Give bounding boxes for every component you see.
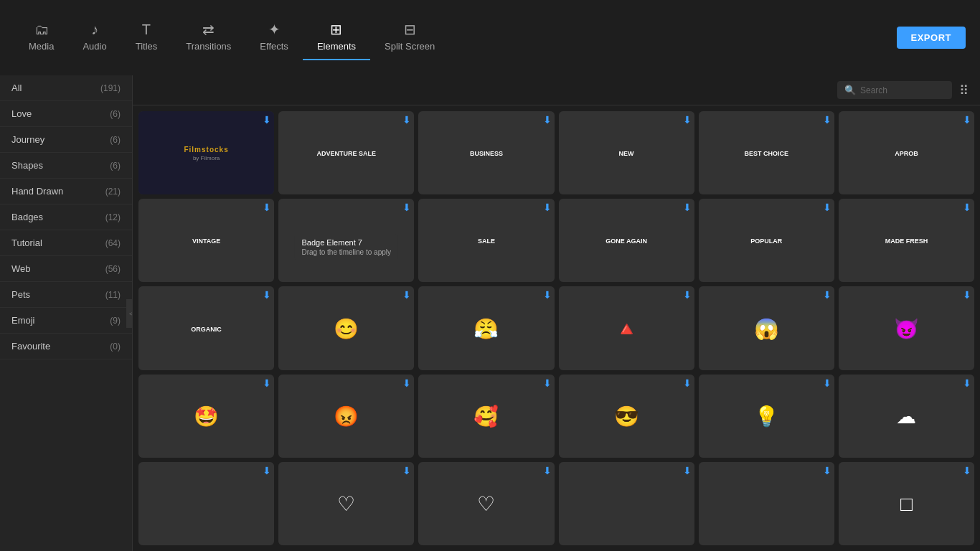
nav-tab-media[interactable]: 🗂 Media: [14, 15, 68, 60]
download-icon: ⬇: [823, 377, 831, 389]
thumbnail: ☁ ⬇: [839, 375, 974, 458]
grid-item-11[interactable]: POPULAR ⬇ Badge Element 10: [699, 199, 834, 282]
badge-text: VINTAGE: [189, 235, 223, 248]
emoji-icon: □: [900, 493, 913, 516]
emoji-icon: 🤩: [194, 405, 219, 428]
sidebar-item-label: Badges: [11, 212, 43, 222]
emoji-icon: 😡: [334, 405, 359, 428]
nav-tab-titles[interactable]: T Titles: [121, 15, 172, 60]
thumbnail: 😤 ⬇: [418, 286, 554, 369]
grid-item-17[interactable]: 😱 ⬇ Element Emoji 4: [699, 286, 834, 369]
sidebar-item-emoji[interactable]: Emoji (9): [0, 308, 132, 334]
nav-tab-audio[interactable]: ♪ Audio: [68, 15, 121, 60]
thumbnail: VINTAGE ⬇: [138, 199, 274, 282]
download-icon: ⬇: [823, 202, 831, 213]
sidebar-item-label: Emoji: [11, 315, 35, 326]
sidebar-item-count: (12): [105, 212, 121, 222]
badge-text: Best Choice: [741, 147, 791, 160]
grid-item-19[interactable]: 🤩 ⬇ Element Emoji 6: [138, 375, 274, 458]
grid-item-12[interactable]: MADE FRESH ⬇ Badge Element 11: [839, 199, 974, 282]
search-input[interactable]: [860, 85, 945, 95]
grid-item-10[interactable]: Gone Again ⬇ Badge Element 9: [559, 199, 694, 282]
app-container: 🗂 Media ♪ Audio T Titles ⇄ Transitions ✦…: [0, 0, 980, 551]
grid-item-5[interactable]: Best Choice ⬇ Badge Element 4: [699, 111, 834, 194]
download-icon: ⬇: [543, 465, 552, 476]
thumbnail: Filmstocks by Filmora ⬇: [138, 111, 274, 194]
grid-item-30[interactable]: □ ⬇ Element...ddrawn 8: [839, 462, 974, 545]
grid-item-9[interactable]: SALE ⬇ Badge Element 8: [418, 199, 554, 282]
emoji-icon: 🥰: [473, 405, 499, 428]
sidebar-item-label: Hand Drawn: [11, 186, 63, 197]
grid-item-1[interactable]: Filmstocks by Filmora ⬇ More Effects: [138, 111, 274, 194]
sidebar-item-shapes[interactable]: Shapes (6): [0, 153, 132, 179]
tooltip-subtitle: Drag to the timeline to apply: [301, 248, 391, 256]
grid-item-15[interactable]: 😤 ⬇ Element Emoji 2: [418, 286, 554, 369]
grid-item-25[interactable]: ⬇ Element...ddrawn 3: [138, 462, 274, 545]
grid-item-18[interactable]: 😈 ⬇ Element Emoji 5: [839, 286, 974, 369]
sidebar-item-all[interactable]: All (191): [0, 75, 132, 101]
grid-item-7[interactable]: VINTAGE ⬇ Badge Element 6: [138, 199, 274, 282]
sidebar-item-web[interactable]: Web (56): [0, 256, 132, 282]
nav-tab-transitions[interactable]: ⇄ Transitions: [171, 15, 245, 60]
grid-item-3[interactable]: BUSINESS ⬇ Badge Element 2: [418, 111, 554, 194]
download-icon: ⬇: [683, 465, 692, 476]
grid-item-8[interactable]: Premium ⬇ Badge Element 7 Drag to the ti…: [278, 199, 414, 282]
grid-item-24[interactable]: ☁ ⬇ Element...ddrawn 2: [839, 375, 974, 458]
thumbnail: Premium ⬇ Badge Element 7 Drag to the ti…: [278, 199, 414, 282]
nav-tab-splitscreen[interactable]: ⊟ Split Screen: [370, 15, 449, 60]
grid-item-23[interactable]: 💡 ⬇ Element...nddrawn 1: [699, 375, 834, 458]
emoji-icon: 😎: [614, 405, 639, 428]
sidebar-item-label: Web: [11, 263, 31, 274]
grid-item-26[interactable]: ♡ ⬇ Element...ddrawn 4: [278, 462, 414, 545]
thumbnail: MADE FRESH ⬇: [839, 199, 974, 282]
grid-item-13[interactable]: ORGANIC ⬇ Badge Element 12: [138, 286, 274, 369]
grid-item-2[interactable]: ADVENTURE SALE ⬇ Badge Element 1: [278, 111, 414, 194]
badge-text: ADVENTURE SALE: [314, 147, 379, 160]
nav-tabs: 🗂 Media ♪ Audio T Titles ⇄ Transitions ✦…: [14, 15, 449, 60]
grid-item-4[interactable]: NEW ⬇ Badge Element 3: [559, 111, 694, 194]
download-icon: ⬇: [263, 202, 271, 213]
nav-tab-effects[interactable]: ✦ Effects: [245, 15, 303, 60]
download-icon: ⬇: [543, 202, 552, 213]
sidebar-item-pets[interactable]: Pets (11): [0, 282, 132, 308]
sidebar-collapse-handle[interactable]: ◁: [126, 299, 133, 328]
grid-item-27[interactable]: ♡ ⬇ Element...ddrawn 5: [418, 462, 554, 545]
badge-text: NEW: [616, 147, 637, 160]
download-icon: ⬇: [963, 289, 971, 301]
sidebar-item-label: All: [11, 83, 22, 93]
export-button[interactable]: EXPORT: [897, 27, 966, 49]
sidebar-item-hand-drawn[interactable]: Hand Drawn (21): [0, 179, 132, 204]
sidebar-item-love[interactable]: Love (6): [0, 101, 132, 127]
sidebar-item-journey[interactable]: Journey (6): [0, 127, 132, 153]
sidebar: All (191) Love (6) Journey (6) Shapes (6…: [0, 75, 133, 551]
audio-label: Audio: [83, 41, 106, 52]
grid-toggle-button[interactable]: ⠿: [959, 83, 969, 98]
nav-tab-elements[interactable]: ⊞ Elements: [303, 15, 370, 60]
grid-item-28[interactable]: ⬇ Element...ddrawn 6: [559, 462, 694, 545]
grid-item-6[interactable]: APROB ⬇ Badge Element 5: [839, 111, 974, 194]
grid-item-16[interactable]: 🔺 ⬇ Element Emoji 3: [559, 286, 694, 369]
audio-icon: ♪: [91, 22, 98, 37]
grid-item-29[interactable]: ⬇ Element...ddrawn 7: [699, 462, 834, 545]
grid-item-21[interactable]: 🥰 ⬇ Element Emoji 8: [418, 375, 554, 458]
sidebar-item-tutorial[interactable]: Tutorial (64): [0, 230, 132, 256]
thumbnail: 😎 ⬇: [559, 375, 694, 458]
thumbnail: 🥰 ⬇: [418, 375, 554, 458]
sidebar-item-count: (191): [100, 83, 121, 93]
download-icon: ⬇: [963, 114, 971, 126]
thumbnail: ♡ ⬇: [278, 462, 414, 545]
sidebar-item-favourite[interactable]: Favourite (0): [0, 334, 132, 359]
download-icon: ⬇: [402, 202, 411, 213]
download-icon: ⬇: [402, 289, 411, 301]
sidebar-item-label: Tutorial: [11, 237, 42, 248]
sidebar-item-badges[interactable]: Badges (12): [0, 204, 132, 230]
thumbnail: ADVENTURE SALE ⬇: [278, 111, 414, 194]
thumbnail: Best Choice ⬇: [699, 111, 834, 194]
sidebar-item-count: (6): [110, 161, 121, 171]
grid-item-20[interactable]: 😡 ⬇ Element Emoji 7: [278, 375, 414, 458]
grid-item-22[interactable]: 😎 ⬇ Element Emoji 9: [559, 375, 694, 458]
grid-item-14[interactable]: 😊 ⬇ Element Emoji 1: [278, 286, 414, 369]
download-icon: ⬇: [402, 114, 411, 126]
download-icon: ⬇: [683, 289, 692, 301]
transitions-label: Transitions: [186, 41, 231, 52]
